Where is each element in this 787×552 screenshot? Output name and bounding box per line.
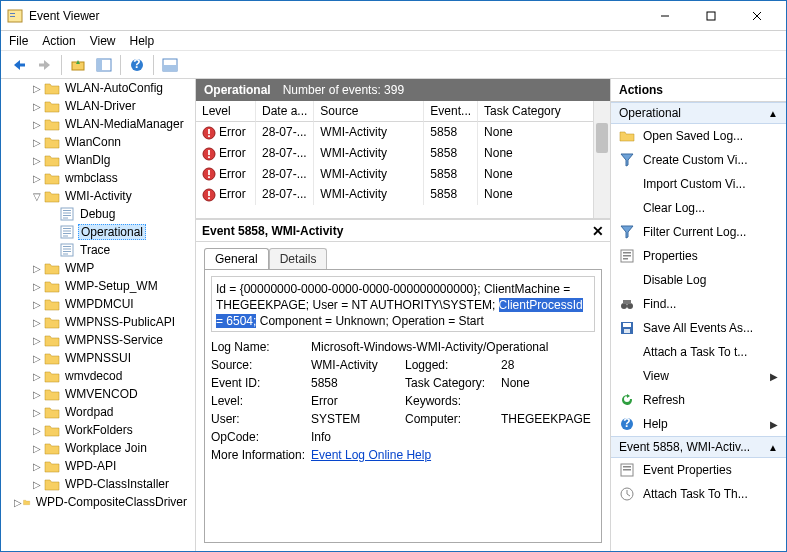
menu-help[interactable]: Help [130,34,155,48]
twisty-icon[interactable]: ▷ [31,389,43,400]
menu-view[interactable]: View [90,34,116,48]
show-preview-button[interactable] [158,54,182,76]
tree-item[interactable]: ▷WMPDMCUI [1,295,195,313]
twisty-icon[interactable]: ▷ [31,83,43,94]
tree-item[interactable]: ▷WPD-CompositeClassDriver [1,493,195,511]
event-row[interactable]: Error28-07-...WMI-Activity5858None [196,122,610,143]
tree-item[interactable]: ▷WorkFolders [1,421,195,439]
help-button[interactable]: ? [125,54,149,76]
column-header[interactable]: Event... [424,101,478,122]
tree-item[interactable]: ▷WLAN-MediaManager [1,115,195,133]
twisty-icon[interactable]: ▷ [31,119,43,130]
action-event-properties[interactable]: Event Properties [611,458,786,482]
tree-item[interactable]: ▷WlanDlg [1,151,195,169]
action-find[interactable]: Find... [611,292,786,316]
tree-item[interactable]: ▷WLAN-Driver [1,97,195,115]
twisty-icon[interactable]: ▷ [31,461,43,472]
twisty-icon[interactable]: ▷ [31,479,43,490]
tree-item[interactable]: ▷WMPNSS-Service [1,331,195,349]
event-row[interactable]: Error28-07-...WMI-Activity5858None [196,143,610,164]
task-icon [619,486,635,502]
tree-item[interactable]: ▷Wordpad [1,403,195,421]
action-disable-log[interactable]: Disable Log [611,268,786,292]
tree-item[interactable]: ▷wmbclass [1,169,195,187]
action-help-submenu[interactable]: ?Help▶ [611,412,786,436]
tree-pane[interactable]: ▷WLAN-AutoConfig▷WLAN-Driver▷WLAN-MediaM… [1,79,196,551]
tree-item[interactable]: ▷WPD-API [1,457,195,475]
twisty-icon[interactable]: ▷ [31,353,43,364]
tree-item[interactable]: ▷Workplace Join [1,439,195,457]
action-attach-task[interactable]: Attach a Task To t... [611,340,786,364]
twisty-icon[interactable]: ▷ [31,317,43,328]
detail-close-icon[interactable]: ✕ [592,223,604,239]
action-filter-log[interactable]: Filter Current Log... [611,220,786,244]
twisty-icon[interactable]: ▷ [31,155,43,166]
tree-item[interactable]: ▷WMP [1,259,195,277]
twisty-icon[interactable]: ▷ [31,425,43,436]
twisty-icon[interactable]: ▷ [31,263,43,274]
tree-item[interactable]: ▷WMP-Setup_WM [1,277,195,295]
svg-rect-44 [623,252,631,254]
close-button[interactable] [734,2,780,30]
app-icon [7,8,23,24]
action-view-submenu[interactable]: View▶ [611,364,786,388]
show-tree-button[interactable] [92,54,116,76]
column-header[interactable]: Level [196,101,256,122]
twisty-icon[interactable]: ▷ [31,371,43,382]
twisty-icon[interactable] [46,245,58,256]
twisty-icon[interactable]: ▽ [31,191,43,202]
event-description[interactable]: Id = {00000000-0000-0000-0000-0000000000… [211,276,595,332]
back-button[interactable] [7,54,31,76]
action-clear-log[interactable]: Clear Log... [611,196,786,220]
twisty-icon[interactable] [46,227,58,238]
twisty-icon[interactable]: ▷ [31,173,43,184]
menu-action[interactable]: Action [42,34,75,48]
twisty-icon[interactable]: ▷ [31,281,43,292]
tree-item[interactable]: ▷wmvdecod [1,367,195,385]
column-header[interactable]: Date a... [256,101,314,122]
tab-details[interactable]: Details [269,248,328,269]
grid-scrollbar[interactable] [593,101,610,218]
twisty-icon[interactable]: ▷ [14,497,22,508]
maximize-button[interactable] [688,2,734,30]
tree-item[interactable]: Operational [1,223,195,241]
svg-rect-29 [63,251,71,252]
tree-item[interactable]: Debug [1,205,195,223]
tree-item[interactable]: ▷WMPNSSUI [1,349,195,367]
event-grid[interactable]: LevelDate a...SourceEvent...Task Categor… [196,101,610,219]
svg-rect-18 [63,213,71,214]
menu-file[interactable]: File [9,34,28,48]
up-button[interactable] [66,54,90,76]
tree-item[interactable]: ▷WLAN-AutoConfig [1,79,195,97]
tree-item[interactable]: ▷WlanConn [1,133,195,151]
action-save-all-events[interactable]: Save All Events As... [611,316,786,340]
twisty-icon[interactable]: ▷ [31,335,43,346]
twisty-icon[interactable]: ▷ [31,299,43,310]
twisty-icon[interactable] [46,209,58,220]
action-open-saved-log[interactable]: Open Saved Log... [611,124,786,148]
tree-item[interactable]: ▷WMPNSS-PublicAPI [1,313,195,331]
column-header[interactable]: Task Category [478,101,610,122]
column-header[interactable]: Source [314,101,424,122]
event-row[interactable]: Error28-07-...WMI-Activity5858None [196,184,610,205]
tree-item[interactable]: ▽WMI-Activity [1,187,195,205]
action-import-custom-view[interactable]: Import Custom Vi... [611,172,786,196]
twisty-icon[interactable]: ▷ [31,443,43,454]
tree-item[interactable]: Trace [1,241,195,259]
action-attach-task-event[interactable]: Attach Task To Th... [611,482,786,506]
action-create-custom-view[interactable]: Create Custom Vi... [611,148,786,172]
action-properties[interactable]: Properties [611,244,786,268]
twisty-icon[interactable]: ▷ [31,101,43,112]
action-refresh[interactable]: Refresh [611,388,786,412]
tree-item[interactable]: ▷WPD-ClassInstaller [1,475,195,493]
forward-button[interactable] [33,54,57,76]
event-row[interactable]: Error28-07-...WMI-Activity5858None [196,164,610,185]
minimize-button[interactable] [642,2,688,30]
moreinfo-link[interactable]: Event Log Online Help [311,448,431,462]
actions-group-operational[interactable]: Operational▲ [611,102,786,124]
twisty-icon[interactable]: ▷ [31,137,43,148]
actions-group-event[interactable]: Event 5858, WMI-Activ...▲ [611,436,786,458]
twisty-icon[interactable]: ▷ [31,407,43,418]
tab-general[interactable]: General [204,248,269,269]
tree-item[interactable]: ▷WMVENCOD [1,385,195,403]
